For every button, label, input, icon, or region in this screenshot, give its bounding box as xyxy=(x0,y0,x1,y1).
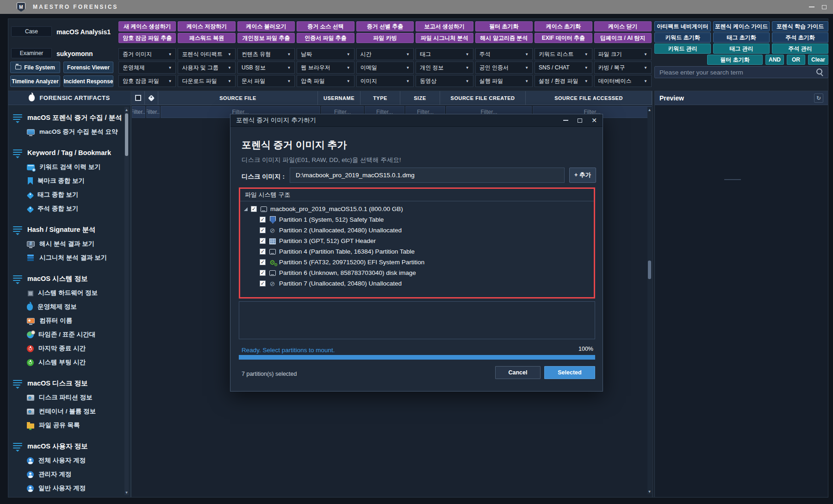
sidebar-item[interactable]: 마지막 종료 시간 xyxy=(13,342,124,355)
scroll-down-icon[interactable]: ▼ xyxy=(647,489,652,494)
sidebar-item[interactable]: 전체 사용자 계정 xyxy=(13,454,124,467)
filter-dropdown[interactable]: 다운로드 파일 ▼ xyxy=(178,75,235,87)
sidebar-section[interactable]: Keyword / Tag / Bookmark xyxy=(13,145,124,160)
checkbox-checked-icon[interactable] xyxy=(260,227,266,233)
filter-dropdown[interactable]: 설정 / 환경 파일 ▼ xyxy=(535,75,592,87)
filter-dropdown[interactable]: 날짜 ▼ xyxy=(297,48,354,60)
filter-dropdown[interactable]: 주석 ▼ xyxy=(475,48,533,60)
sidebar-section[interactable]: macOS 사용자 정보 xyxy=(13,439,124,454)
column-size[interactable]: SIZE xyxy=(400,91,440,105)
sidebar-item[interactable]: 디스크 파티션 정보 xyxy=(13,391,124,404)
expander-icon[interactable] xyxy=(244,207,248,211)
nav-incident-response-button[interactable]: Incident Response xyxy=(63,75,113,87)
sidebar-section[interactable]: macOS 포렌식 증거 수집 / 분석 xyxy=(13,110,124,125)
sidebar-item[interactable]: 컨테이너 / 볼륨 정보 xyxy=(13,404,124,418)
nav-forensic-viewer-button[interactable]: Forensic Viewer xyxy=(63,62,113,73)
dialog-maximize-icon[interactable] xyxy=(578,118,582,123)
sidebar-item[interactable]: 주석 종합 보기 xyxy=(13,202,124,216)
filter-dropdown[interactable]: 포렌식 아티팩트 ▼ xyxy=(178,48,235,60)
clear-button[interactable]: Clear xyxy=(808,55,828,65)
table-scrollbar[interactable]: ▲ ▼ xyxy=(647,107,652,494)
checkbox-checked-icon[interactable] xyxy=(260,259,266,265)
guide-button[interactable]: 포렌식 학습 가이드 xyxy=(772,21,828,31)
sidebar-item[interactable]: 해시 분석 결과 보기 xyxy=(13,237,124,251)
search-icon[interactable] xyxy=(816,68,824,76)
filter-dropdown[interactable]: 키워드 리스트 ▼ xyxy=(535,48,592,60)
sidebar-item[interactable]: 키워드 검색 이력 보기 xyxy=(13,160,124,174)
window-maximize-icon[interactable] xyxy=(822,5,827,9)
checkbox-checked-icon[interactable] xyxy=(260,270,266,276)
toolbar-button[interactable]: 개인정보 파일 추출 xyxy=(237,33,295,43)
toolbar-button[interactable]: 해시 알고리즘 분석 xyxy=(475,33,533,43)
filter-dropdown[interactable]: 컨텐츠 유형 ▼ xyxy=(237,48,295,60)
disk-image-path-input[interactable]: D:\macbook_pro_2019_macOS15.0.1.dmg xyxy=(290,168,565,183)
reset-button[interactable]: 태그 초기화 xyxy=(713,32,770,43)
partition-row[interactable]: Partition 6 (Unknown, 858783703040) disk… xyxy=(244,268,594,278)
filter-dropdown[interactable]: 카빙 / 복구 ▼ xyxy=(594,62,652,74)
sidebar-item[interactable]: 타임존 / 표준 시간대 xyxy=(13,328,124,342)
filter-dropdown[interactable]: 운영체제 ▼ xyxy=(118,62,176,74)
filter-dropdown[interactable]: 공인 인증서 ▼ xyxy=(475,62,533,74)
guide-button[interactable]: 아티팩트 네비게이터 xyxy=(654,21,711,31)
sidebar-item[interactable]: 운영체제 정보 xyxy=(13,300,124,314)
sidebar-item[interactable]: 파일 공유 목록 xyxy=(13,418,124,432)
filter-dropdown[interactable]: 태그 ▼ xyxy=(416,48,473,60)
manage-button[interactable]: 키워드 관리 xyxy=(654,44,711,54)
toolbar-button[interactable]: 필터 초기화 xyxy=(475,21,533,31)
toolbar-button[interactable]: 암호 잠금 파일 추출 xyxy=(118,33,176,43)
filter-dropdown[interactable]: 암호 잠금 파일 ▼ xyxy=(118,75,176,87)
search-input[interactable] xyxy=(655,69,816,76)
manage-button[interactable]: 주석 관리 xyxy=(772,44,828,54)
filter-dropdown[interactable]: 증거 이미지 ▼ xyxy=(118,48,176,60)
reset-button[interactable]: 키워드 초기화 xyxy=(654,32,711,43)
toolbar-button[interactable]: 증거 선별 추출 xyxy=(356,21,414,31)
partition-row[interactable]: Partition 4 (Partition Table, 16384) Par… xyxy=(244,246,594,257)
sidebar-item[interactable]: 북마크 종합 보기 xyxy=(13,174,124,188)
sidebar-section[interactable]: Hash / Signature 분석 xyxy=(13,222,124,237)
column-source-file[interactable]: SOURCE FILE xyxy=(158,91,318,105)
toolbar-button[interactable]: 케이스 닫기 xyxy=(594,21,652,31)
scroll-up-icon[interactable]: ▲ xyxy=(124,107,129,112)
toolbar-button[interactable]: 파일 카빙 xyxy=(356,33,414,43)
column-username[interactable]: USERNAME xyxy=(318,91,361,105)
sidebar-item[interactable]: 시스템 하드웨어 정보 xyxy=(13,286,124,300)
nav-timeline-analyzer-button[interactable]: Timeline Analyzer xyxy=(10,75,60,87)
filter-dropdown[interactable]: 웹 브라우저 ▼ xyxy=(297,62,354,74)
filter-dropdown[interactable]: 사용자 및 그룹 ▼ xyxy=(178,62,235,74)
sidebar-item[interactable]: 관리자 계정 xyxy=(13,467,124,481)
filter-dropdown[interactable]: USB 정보 ▼ xyxy=(237,62,295,74)
dialog-minimize-icon[interactable] xyxy=(563,120,568,121)
filter-dropdown[interactable]: 파일 크기 ▼ xyxy=(594,48,652,60)
partition-row[interactable]: Partition 5 (FAT32, 209715200) EFI Syste… xyxy=(244,257,594,268)
sidebar-section[interactable]: macOS 시스템 정보 xyxy=(13,271,124,286)
sidebar-item[interactable]: 컴퓨터 이름 xyxy=(13,314,124,328)
filter-dropdown[interactable]: 동영상 ▼ xyxy=(416,75,473,87)
sidebar-item[interactable]: 태그 종합 보기 xyxy=(13,188,124,202)
add-image-button[interactable]: + 추가 xyxy=(569,168,596,183)
sidebar-item[interactable]: 시그니처 분석 결과 보기 xyxy=(13,251,124,265)
sidebar-item[interactable]: 시스템 부팅 시간 xyxy=(13,355,124,369)
window-minimize-icon[interactable] xyxy=(809,6,814,7)
toolbar-button[interactable]: 케이스 초기화 xyxy=(535,21,592,31)
filter-dropdown[interactable]: 이메일 ▼ xyxy=(356,62,414,74)
tree-root-row[interactable]: macbook_pro_2019_macOS15.0.1 (800.00 GB) xyxy=(244,204,594,214)
filter-dropdown[interactable]: 개인 정보 ▼ xyxy=(416,62,473,74)
or-button[interactable]: OR xyxy=(787,55,805,65)
column-type[interactable]: TYPE xyxy=(361,91,400,105)
select-all-checkbox[interactable] xyxy=(131,91,145,105)
and-button[interactable]: AND xyxy=(765,55,784,65)
tag-column-header[interactable] xyxy=(145,91,158,105)
dialog-close-icon[interactable]: ✕ xyxy=(591,117,597,124)
toolbar-button[interactable]: 케이스 저장하기 xyxy=(178,21,235,31)
filter-dropdown[interactable]: 데이터베이스 ▼ xyxy=(594,75,652,87)
filter-reset-button[interactable]: 필터 초기화 xyxy=(707,55,763,65)
sidebar-item[interactable]: 일반 사용자 계정 xyxy=(13,481,124,495)
scrollbar-thumb[interactable] xyxy=(125,113,128,156)
filter-input[interactable]: Filter... xyxy=(132,106,145,118)
scroll-down-icon[interactable]: ▼ xyxy=(124,490,129,495)
scrollbar-thumb[interactable] xyxy=(648,261,651,279)
reset-button[interactable]: 주석 초기화 xyxy=(772,32,828,43)
column-source-file-accessed[interactable]: SOURCE FILE ACCESSED xyxy=(526,91,652,105)
toolbar-button[interactable]: 패스워드 복원 xyxy=(178,33,235,43)
filter-dropdown[interactable]: 이미지 ▼ xyxy=(356,75,414,87)
